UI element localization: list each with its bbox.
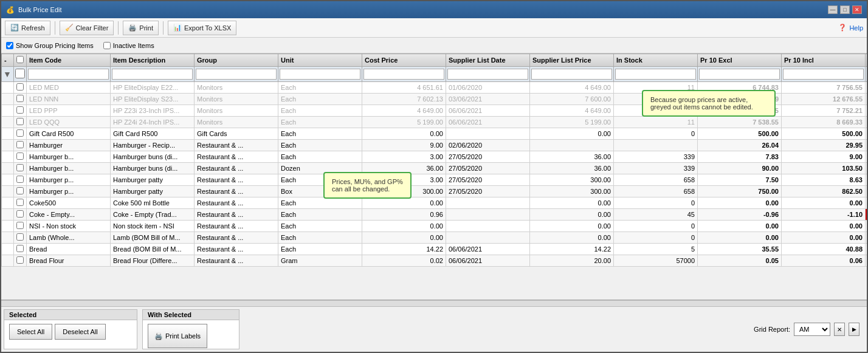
row-checkbox-cell[interactable] [14, 163, 27, 174]
col-sup-date[interactable]: Supplier List Date [446, 54, 530, 67]
row-pr10-excl[interactable]: 7.50 [698, 174, 782, 186]
close-button[interactable]: ✕ [852, 5, 862, 14]
clear-filter-button[interactable]: 🧹 Clear Filter [60, 21, 114, 35]
row-checkbox-cell[interactable] [14, 186, 27, 197]
row-expand[interactable] [2, 117, 14, 128]
select-all-header-checkbox[interactable] [16, 56, 24, 63]
row-expand[interactable] [2, 232, 14, 244]
row-sup-price[interactable]: 14.22 [530, 244, 614, 255]
grid-report-go-button[interactable]: ▶ [849, 323, 859, 336]
row-pr10-excl[interactable]: -0.96 [698, 209, 782, 221]
row-checkbox[interactable] [16, 210, 24, 218]
data-table-container[interactable]: Because group prices are active, greyed … [1, 53, 867, 300]
row-pr10-mu[interactable]: 150 [866, 244, 867, 255]
row-sup-date[interactable]: 06/06/2021 [446, 117, 530, 128]
row-checkbox-cell[interactable] [14, 209, 27, 221]
row-sup-price[interactable]: 36.00 [530, 163, 614, 174]
row-cost-price[interactable]: 4 649.00 [362, 105, 446, 117]
filter-in-stock-input[interactable] [615, 69, 696, 80]
row-pr10-excl[interactable]: 0.00 [698, 221, 782, 232]
row-pr10-mu[interactable]: 150 [866, 174, 867, 186]
row-cost-price[interactable]: 0.02 [362, 255, 446, 267]
print-button[interactable]: 🖨️ Print [123, 21, 159, 35]
row-pr10-excl[interactable]: 750.00 [698, 186, 782, 197]
filter-sup-price[interactable] [530, 67, 614, 82]
filter-cost-price[interactable] [362, 67, 446, 82]
row-pr10-mu[interactable]: 150 [866, 197, 867, 209]
row-expand[interactable] [2, 151, 14, 163]
row-pr10-incl[interactable]: 8.63 [782, 174, 866, 186]
filter-pr10-incl[interactable] [782, 67, 866, 82]
row-expand[interactable] [2, 255, 14, 267]
row-sup-date[interactable]: 01/06/2020 [446, 82, 530, 94]
row-expand[interactable] [2, 197, 14, 209]
row-checkbox[interactable] [16, 141, 24, 148]
row-pr10-mu[interactable]: 150 [866, 163, 867, 174]
row-expand[interactable] [2, 140, 14, 151]
row-pr10-excl[interactable]: 7 538.55 [698, 117, 782, 128]
row-checkbox-cell[interactable] [14, 221, 27, 232]
filter-pr10-incl-input[interactable] [783, 69, 864, 80]
table-row[interactable]: Coke - Empty... Coke - Empty (Trad... Re… [2, 209, 867, 221]
col-cost-price[interactable]: Cost Price [362, 54, 446, 67]
row-pr10-mu[interactable]: 45 [866, 82, 867, 94]
row-sup-date[interactable]: 27/05/2020 [446, 151, 530, 163]
row-pr10-incl[interactable]: 862.50 [782, 186, 866, 197]
table-row[interactable]: Hamburger p... Hamburger patty Restauran… [2, 174, 867, 186]
row-sup-date[interactable]: 02/06/2020 [446, 140, 530, 151]
row-pr10-excl[interactable]: 90.00 [698, 163, 782, 174]
filter-item-desc-input[interactable] [112, 69, 193, 80]
row-pr10-incl[interactable]: 0.00 [782, 221, 866, 232]
row-checkbox-cell[interactable] [14, 174, 27, 186]
row-sup-price[interactable]: 36.00 [530, 151, 614, 163]
row-checkbox-cell[interactable] [14, 105, 27, 117]
row-expand[interactable] [2, 209, 14, 221]
row-pr10-incl[interactable]: 9.00 [782, 151, 866, 163]
row-sup-price[interactable]: 0.00 [530, 209, 614, 221]
row-checkbox[interactable] [16, 256, 24, 264]
row-sup-date[interactable]: 27/05/2020 [446, 163, 530, 174]
filter-item-desc[interactable] [111, 67, 195, 82]
row-sup-price[interactable]: 0.00 [530, 197, 614, 209]
row-cost-price[interactable]: 9.00 [362, 140, 446, 151]
row-expand[interactable] [2, 186, 14, 197]
maximize-button[interactable]: □ [840, 5, 850, 14]
filter-group[interactable] [195, 67, 278, 82]
table-row[interactable]: Bread Flour Bread Flour (Differe... Rest… [2, 255, 867, 267]
row-pr10-mu[interactable]: 150 [866, 221, 867, 232]
row-checkbox[interactable] [16, 95, 24, 102]
row-sup-price[interactable]: 5 199.00 [530, 117, 614, 128]
row-pr10-mu[interactable]: 45 [866, 117, 867, 128]
filter-group-input[interactable] [196, 69, 277, 80]
grid-report-clear-button[interactable]: ✕ [834, 323, 845, 336]
filter-cost-price-input[interactable] [363, 69, 444, 80]
row-pr10-incl[interactable]: 0.06 [782, 255, 866, 267]
col-sup-price[interactable]: Supplier List Price [530, 54, 614, 67]
filter-pr10-excl[interactable] [698, 67, 782, 82]
table-row[interactable]: Coke500 Coke 500 ml Bottle Restaurant & … [2, 197, 867, 209]
table-row[interactable]: Bread Bread (BOM Bill of M... Restaurant… [2, 244, 867, 255]
export-xlsx-button[interactable]: 📊 Export To XLSX [168, 21, 236, 35]
row-checkbox[interactable] [16, 106, 24, 114]
row-cost-price[interactable]: 0.00 [362, 221, 446, 232]
row-pr10-excl[interactable]: 26.04 [698, 140, 782, 151]
col-dash[interactable]: - [2, 54, 14, 67]
row-sup-date[interactable] [446, 128, 530, 140]
row-expand[interactable] [2, 174, 14, 186]
filter-sup-date-input[interactable] [447, 69, 528, 80]
row-pr10-incl[interactable]: 8 669.33 [782, 117, 866, 128]
row-pr10-excl[interactable]: 0.05 [698, 255, 782, 267]
row-checkbox[interactable] [16, 245, 24, 252]
filter-pr10-excl-input[interactable] [699, 69, 780, 80]
print-labels-button[interactable]: 🖨️ Print Labels [148, 324, 207, 348]
row-cost-price[interactable]: 7 602.13 [362, 94, 446, 105]
row-checkbox[interactable] [16, 176, 24, 183]
row-sup-date[interactable] [446, 197, 530, 209]
row-sup-price[interactable]: 0.00 [530, 128, 614, 140]
row-sup-date[interactable] [446, 209, 530, 221]
row-expand[interactable] [2, 94, 14, 105]
row-pr10-mu[interactable]: 189.33 [866, 140, 867, 151]
col-in-stock[interactable]: In Stock [614, 54, 698, 67]
show-group-pricing-checkbox[interactable] [6, 42, 13, 49]
row-expand[interactable] [2, 221, 14, 232]
